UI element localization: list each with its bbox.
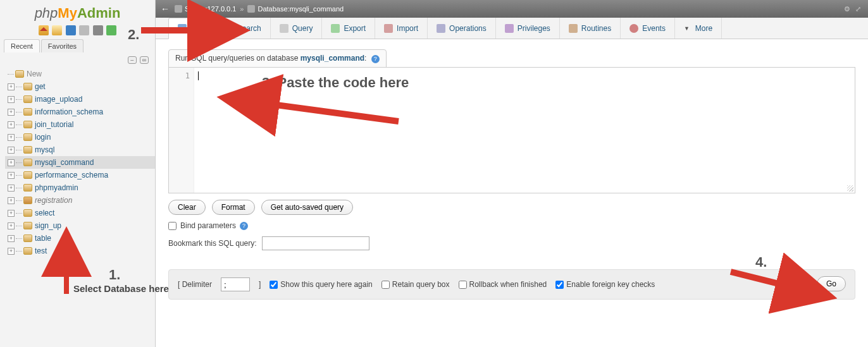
bind-params-checkbox[interactable] — [168, 222, 177, 230]
show-again-option[interactable]: Show this query here again — [270, 280, 372, 289]
database-icon — [23, 197, 32, 204]
sql-editor[interactable]: 1 — [168, 67, 855, 193]
rollback-label: Rollback when finished — [469, 280, 547, 289]
tab-import[interactable]: Import — [375, 18, 428, 39]
show-again-checkbox[interactable] — [270, 281, 278, 289]
bind-params-label: Bind parameters — [180, 221, 236, 230]
new-db-icon — [15, 70, 24, 78]
navi-icon[interactable] — [79, 25, 89, 35]
help-icon[interactable]: ? — [371, 55, 380, 63]
database-icon — [23, 133, 32, 141]
retain-option[interactable]: Retain query box — [381, 280, 450, 289]
expand-icon[interactable]: + — [8, 210, 15, 217]
fk-checkbox[interactable] — [555, 281, 564, 289]
tree-item-sign-up[interactable]: +sign_up — [5, 219, 155, 232]
rollback-checkbox[interactable] — [459, 281, 467, 289]
expand-icon[interactable]: + — [8, 222, 15, 229]
collapse-all-icon[interactable]: – — [128, 56, 137, 64]
expand-icon[interactable]: + — [8, 109, 15, 116]
go-button[interactable]: Go — [817, 276, 846, 291]
tab-favorites[interactable]: Favorites — [41, 39, 84, 52]
fk-label: Enable foreign key checks — [566, 280, 655, 289]
events-icon — [629, 24, 638, 33]
tab-privileges[interactable]: Privileges — [496, 18, 560, 39]
expand-icon[interactable]: + — [8, 96, 15, 103]
tree-item-information-schema[interactable]: +information_schema — [5, 106, 155, 118]
tab-more-label: More — [695, 24, 712, 33]
logo-admin: Admin — [77, 5, 120, 21]
docs-icon[interactable] — [66, 25, 76, 35]
database-icon — [23, 95, 32, 103]
reload-icon[interactable] — [106, 25, 116, 35]
expand-icon[interactable]: + — [8, 235, 15, 242]
fk-option[interactable]: Enable foreign key checks — [555, 280, 655, 289]
breadcrumb: ← Server: 127.0.0.1 » Database: mysqli_c… — [156, 0, 868, 18]
db-label: Database: — [257, 5, 289, 13]
expand-icon[interactable]: + — [8, 159, 15, 166]
tab-routines[interactable]: Routines — [560, 18, 621, 39]
tab-export[interactable]: Export — [322, 18, 375, 39]
tab-query[interactable]: Query — [271, 18, 323, 39]
server-name[interactable]: 127.0.0.1 — [207, 5, 236, 13]
tab-search[interactable]: Search — [216, 18, 271, 39]
delimiter-input[interactable] — [221, 277, 250, 291]
tab-more[interactable]: ▼More — [675, 18, 722, 39]
export-icon — [331, 24, 340, 33]
tree-connector — [16, 226, 22, 226]
tree-item-table[interactable]: +table — [5, 232, 155, 245]
expand-icon[interactable]: + — [8, 147, 15, 154]
tab-sql[interactable]: SQL — [168, 18, 216, 39]
tree-item-New[interactable]: New — [5, 68, 155, 80]
logout-icon[interactable] — [52, 25, 62, 35]
logo-my: My — [58, 5, 77, 21]
tree-controls: – ∞ — [0, 52, 155, 66]
expand-icon[interactable]: + — [8, 83, 15, 90]
rollback-option[interactable]: Rollback when finished — [459, 280, 547, 289]
tree-item-image-upload[interactable]: +image_upload — [5, 93, 155, 106]
expand-icon[interactable]: + — [8, 185, 15, 192]
expand-icon[interactable]: + — [8, 172, 15, 179]
help-icon[interactable]: ? — [240, 222, 248, 230]
link-icon[interactable]: ∞ — [140, 56, 149, 64]
expand-icon[interactable]: ⤢ — [855, 5, 863, 13]
server-icon — [175, 5, 182, 13]
tree-item-label: join_tutorial — [35, 120, 73, 129]
retain-checkbox[interactable] — [381, 281, 390, 289]
settings-icon[interactable] — [93, 25, 103, 35]
format-button[interactable]: Format — [212, 200, 255, 215]
tree-item-label: login — [35, 133, 51, 142]
autosaved-button[interactable]: Get auto-saved query — [261, 200, 353, 215]
expand-icon[interactable]: + — [8, 197, 15, 204]
tree-item-test[interactable]: +test — [5, 245, 155, 257]
expand-icon[interactable]: + — [8, 134, 15, 141]
tree-item-login[interactable]: +login — [5, 131, 155, 143]
tree-connector — [16, 200, 22, 201]
tree-item-performance-schema[interactable]: +performance_schema — [5, 169, 155, 181]
tree-item-get[interactable]: +get — [5, 80, 155, 93]
home-icon[interactable] — [39, 25, 49, 35]
db-name[interactable]: mysqli_command — [290, 5, 344, 13]
editor-textarea[interactable] — [194, 68, 855, 193]
tab-operations[interactable]: Operations — [428, 18, 496, 39]
bookmark-input[interactable] — [262, 236, 369, 250]
expand-icon[interactable]: + — [8, 248, 15, 255]
tree-item-mysqli-command[interactable]: +mysqli_command — [5, 156, 155, 169]
resize-handle-icon[interactable] — [847, 185, 853, 192]
clear-button[interactable]: Clear — [168, 200, 206, 215]
tree-item-join-tutorial[interactable]: +join_tutorial — [5, 118, 155, 131]
expand-icon[interactable]: + — [8, 121, 15, 128]
tab-recent[interactable]: Recent — [4, 39, 40, 52]
tab-events[interactable]: Events — [621, 18, 675, 39]
database-icon — [23, 247, 32, 255]
tree-item-mysql[interactable]: +mysql — [5, 143, 155, 156]
delimiter-close: ] — [259, 280, 261, 289]
back-arrow-icon[interactable]: ← — [161, 4, 170, 14]
database-icon — [23, 108, 32, 116]
tree-item-label: performance_schema — [35, 171, 108, 180]
page-settings-icon[interactable]: ⚙ — [844, 5, 852, 13]
tree-item-phpmyadmin[interactable]: +phpmyadmin — [5, 181, 155, 194]
tree-item-label: phpmyadmin — [35, 183, 78, 192]
db-tree: New+get+image_upload+information_schema+… — [0, 66, 155, 257]
tree-item-registration[interactable]: +registration — [5, 194, 155, 207]
tree-item-select[interactable]: +select — [5, 207, 155, 219]
